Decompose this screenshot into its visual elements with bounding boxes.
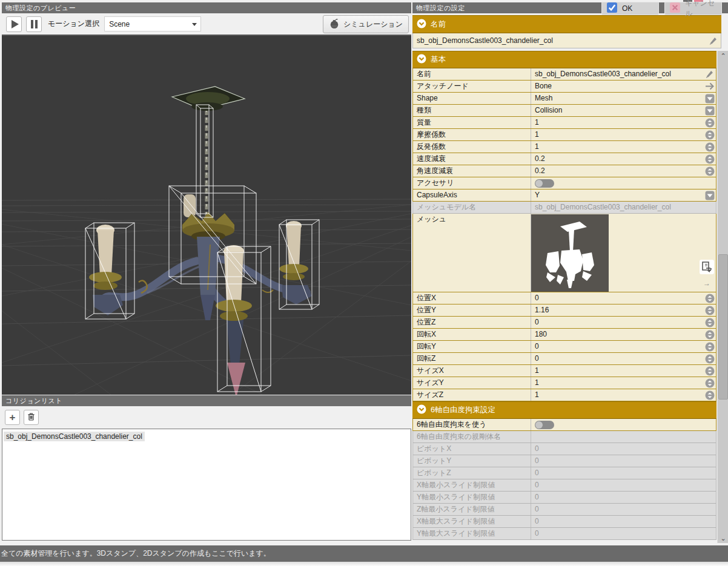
property-row: 種類Collision — [412, 105, 716, 117]
dropdown-icon[interactable] — [705, 94, 715, 104]
property-label: Z軸最小スライド制限値 — [413, 504, 531, 515]
spinner-icon[interactable] — [705, 118, 715, 128]
property-value-text: 1 — [535, 130, 539, 139]
spinner-icon[interactable] — [705, 390, 715, 400]
section-header-basic[interactable]: 基本 — [412, 51, 716, 68]
property-value[interactable]: 1 — [531, 365, 716, 377]
section-header-label: 名前 — [431, 19, 446, 30]
ok-button[interactable]: OK — [601, 2, 659, 15]
property-value[interactable]: 180 — [531, 329, 716, 340]
property-row: ピボットX0 — [412, 443, 716, 455]
property-value-text: 1 — [535, 142, 539, 151]
pencil-icon[interactable] — [709, 36, 718, 47]
scrollbar-down-arrow[interactable]: ⌄ — [718, 533, 728, 543]
property-value[interactable]: 1 — [531, 389, 716, 401]
spinner-icon[interactable] — [705, 294, 715, 303]
property-row: 回転Y0 — [412, 341, 716, 353]
property-value: sb_obj_DemonsCastle003_chandelier_col — [531, 202, 716, 213]
spinner-icon[interactable] — [705, 366, 715, 376]
spinner-icon[interactable] — [705, 166, 715, 176]
property-row: 6軸自由度拘束を使う — [412, 419, 716, 431]
property-row: 角速度減衰0.2 — [412, 165, 716, 177]
spinner-icon[interactable] — [705, 330, 715, 340]
property-value[interactable]: → — [531, 214, 716, 292]
property-value-text: Mesh — [535, 94, 552, 102]
property-label: 回転Z — [413, 353, 531, 364]
property-value[interactable]: Collision — [531, 105, 716, 116]
spinner-icon[interactable] — [705, 342, 715, 352]
dropdown-icon[interactable] — [705, 106, 715, 116]
property-value[interactable]: Mesh — [531, 93, 716, 104]
scrollbar-up-arrow[interactable]: ⌃ — [718, 51, 728, 61]
property-row: アクセサリ — [412, 177, 716, 189]
property-value[interactable]: 1 — [531, 141, 716, 153]
property-value[interactable]: 1.16 — [531, 304, 716, 316]
property-row: 反発係数1 — [412, 141, 716, 153]
collision-listbox[interactable]: sb_obj_DemonsCastle003_chandelier_col — [2, 429, 411, 541]
list-item[interactable]: sb_obj_DemonsCastle003_chandelier_col — [4, 432, 145, 441]
spinner-icon[interactable] — [705, 306, 715, 315]
section-chevron-icon — [417, 19, 426, 30]
dropdown-icon[interactable] — [705, 191, 715, 200]
spinner-icon[interactable] — [705, 354, 715, 364]
toggle-off[interactable] — [535, 179, 554, 188]
property-value[interactable]: 1 — [531, 117, 716, 128]
property-row: メッシュ→ — [412, 214, 716, 292]
property-value[interactable]: 0.2 — [531, 153, 716, 165]
property-value[interactable]: 0 — [531, 292, 716, 304]
property-value[interactable]: 1 — [531, 129, 716, 140]
cancel-button[interactable]: キャンセル — [664, 2, 722, 15]
property-value[interactable]: 0 — [531, 341, 716, 352]
add-collision-button[interactable]: + — [5, 410, 20, 425]
property-row: X軸最大スライド制限値0 — [412, 516, 716, 528]
property-label: メッシュモデル名 — [413, 202, 531, 213]
scrollbar-thumb[interactable] — [718, 254, 728, 400]
property-label: 反発係数 — [413, 141, 531, 153]
property-value[interactable]: Bone — [531, 81, 716, 92]
spinner-icon[interactable] — [705, 378, 715, 388]
spinner-icon[interactable] — [705, 142, 715, 152]
mesh-thumbnail[interactable] — [531, 214, 609, 292]
delete-collision-button[interactable] — [24, 410, 39, 425]
name-input[interactable]: sb_obj_DemonsCastle003_chandelier_col — [412, 33, 721, 48]
spinner-icon[interactable] — [705, 318, 715, 327]
property-label: メッシュ — [413, 214, 531, 292]
toggle-off[interactable] — [535, 421, 554, 429]
spinner-icon[interactable] — [705, 154, 715, 164]
mesh-export-icon[interactable] — [700, 268, 714, 276]
pause-icon — [31, 20, 38, 28]
property-row: 位置Z0 — [412, 317, 716, 329]
property-row: 回転Z0 — [412, 353, 716, 365]
property-value-text: 0 — [535, 354, 539, 363]
motion-select-value: Scene — [109, 20, 130, 28]
section-header-name[interactable]: 名前 — [412, 15, 721, 33]
property-value[interactable]: 0 — [531, 353, 716, 364]
property-value[interactable]: Y — [531, 189, 716, 201]
status-text: 全ての素材管理を行います。3Dスタンプ、2Dスタンプの作成もここで行います。 — [1, 548, 271, 559]
property-label: 名前 — [413, 68, 531, 80]
property-label: 位置Y — [413, 304, 531, 316]
collision-list-toolbar: + — [2, 406, 411, 429]
property-value[interactable] — [531, 177, 716, 189]
spinner-icon[interactable] — [705, 130, 715, 140]
property-value[interactable]: 0.2 — [531, 165, 716, 177]
pencil-icon[interactable] — [705, 70, 715, 79]
property-value[interactable] — [531, 419, 716, 430]
property-value[interactable]: 1 — [531, 377, 716, 389]
play-button[interactable] — [6, 16, 22, 32]
property-row: Y軸最小スライド制限値0 — [412, 492, 716, 504]
arrow-right-icon[interactable]: → — [703, 279, 710, 288]
property-value-text: sb_obj_DemonsCastle003_chandelier_col — [535, 70, 671, 78]
property-value[interactable]: 0 — [531, 317, 716, 328]
section-header-dof[interactable]: 6軸自由度拘束設定 — [412, 401, 716, 419]
property-value[interactable]: sb_obj_DemonsCastle003_chandelier_col — [531, 68, 716, 80]
pause-button[interactable] — [26, 16, 42, 32]
simulation-button[interactable]: シミュレーション — [323, 15, 409, 33]
vertical-scrollbar[interactable]: ⌃ ⌄ — [717, 51, 728, 543]
motion-select-dropdown[interactable]: Scene — [104, 16, 201, 31]
3d-viewport[interactable] — [2, 36, 411, 395]
arrow-right-icon[interactable] — [705, 82, 715, 91]
property-value-text: Collision — [535, 106, 562, 114]
simulation-button-label: シミュレーション — [343, 19, 403, 30]
property-row: ピボットY0 — [412, 455, 716, 467]
